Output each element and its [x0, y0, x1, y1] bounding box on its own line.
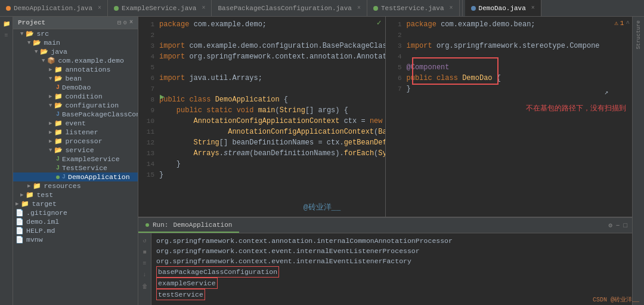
package-icon: 📦 — [47, 57, 55, 64]
tree-item-mvnw[interactable]: 📄 mvnw — [13, 235, 138, 244]
tree-item-java[interactable]: ▼ 📂 java — [13, 47, 138, 56]
right-code-line-3: 3 import org.springframework.stereotype.… — [386, 41, 633, 51]
tree-item-main[interactable]: ▼ 📂 main — [13, 38, 138, 47]
label-demodao: DemoDao — [62, 84, 91, 91]
sidebar-header: Project ⊟ ⚙ × — [13, 17, 138, 29]
structure-right-icon[interactable]: Structure — [634, 19, 643, 51]
console-highlight-4: basePackageClassConfiguration — [156, 266, 279, 278]
code-line-1: 1 package com.example.demo; — [138, 19, 385, 30]
folder-icon-bean: 📂 — [54, 75, 63, 82]
folder-icon-processor: 📁 — [54, 137, 63, 145]
tree-item-demo-iml[interactable]: 📄 demo.iml — [13, 217, 138, 226]
tab-demo-dao[interactable]: DemoDao.java × — [465, 0, 541, 16]
tree-item-event[interactable]: ▶ 📁 event — [13, 119, 138, 128]
tree-item-bean[interactable]: ▼ 📂 bean — [13, 74, 138, 83]
rerun-icon[interactable]: ↺ — [141, 236, 147, 245]
tab-base-pkg-label: BasePackageClassConfiguration.java — [218, 5, 351, 12]
tab-close-demo-dao[interactable]: × — [531, 5, 535, 11]
code-line-3: 3 import com.example.demo.configuration.… — [138, 41, 385, 51]
tab-demo-app[interactable]: DemoApplication.java × — [0, 0, 108, 16]
console-line-1: org.springframework.context.annotation.i… — [156, 236, 627, 246]
label-service: service — [65, 146, 94, 154]
stop-icon[interactable]: ■ — [141, 248, 147, 257]
tree-item-condition[interactable]: ▶ 📁 condition — [13, 92, 138, 101]
console-line-3: org.springframework.context.event.intern… — [156, 256, 627, 266]
folder-icon-java: 📂 — [40, 48, 48, 56]
tab-close-example-svc[interactable]: × — [202, 5, 205, 11]
tree-item-basepkg[interactable]: J BasePackageClassConf... — [13, 110, 138, 119]
minimize-bottom-icon[interactable]: − — [616, 222, 620, 229]
collapse-icon[interactable]: ⊟ — [117, 19, 121, 26]
tree-item-examplesvc[interactable]: J ExampleService — [13, 155, 138, 164]
java-icon-demodao: J — [56, 84, 60, 91]
java-icon-testsvc: J — [56, 165, 60, 171]
project-icon[interactable]: 📁 — [2, 19, 11, 29]
tree-item-listener[interactable]: ▶ 📁 listener — [13, 128, 138, 137]
run-tab[interactable]: Run: DemoApplication — [138, 218, 239, 233]
structure-icon[interactable]: ≡ — [3, 31, 9, 40]
bottom-left-strip: ↺ ■ ≡ ↓ 🗑 — [138, 233, 151, 305]
code-line-8: 8 public class DemoApplication { — [138, 94, 385, 105]
tree-item-test[interactable]: ▶ 📁 test — [13, 190, 138, 199]
bottom-toolbar: ⚙ − □ — [608, 218, 632, 233]
tree-item-com-example-demo[interactable]: ▼ 📦 com.example.demo — [13, 56, 138, 65]
code-line-14: 14 } — [138, 159, 385, 170]
arrow-main: ▼ — [27, 40, 30, 46]
tree-item-gitignore[interactable]: 📄 .gitignore — [13, 208, 138, 217]
right-strip-icons: Structure — [633, 17, 644, 53]
tab-test-svc[interactable]: TestService.java × — [367, 0, 460, 16]
arrow-src: ▼ — [20, 31, 23, 37]
tab-close-demo-app[interactable]: × — [98, 5, 101, 11]
tree-item-testsvc[interactable]: J TestService — [13, 164, 138, 172]
arrow-processor: ▶ — [49, 138, 52, 144]
code-line-10: 10 AnnotationConfigApplicationContext ct… — [138, 116, 385, 127]
tree-item-service[interactable]: ▼ 📂 service — [13, 146, 138, 155]
code-line-6: 6 import java.util.Arrays; — [138, 73, 385, 84]
settings-icon[interactable]: ⚙ — [123, 19, 127, 26]
arrow-bean: ▼ — [49, 76, 52, 82]
console-content: org.springframework.context.annotation.i… — [151, 233, 632, 305]
console-line-2: org.springframework.context.event.intern… — [156, 246, 627, 256]
tree-item-help-md[interactable]: 📄 HELP.md — [13, 226, 138, 235]
code-line-7: 7 — [138, 84, 385, 94]
arrow-listener: ▶ — [49, 129, 52, 135]
label-demoapplication: DemoApplication — [68, 173, 130, 181]
tab-close-test-svc[interactable]: × — [450, 5, 453, 11]
tree-item-demodao[interactable]: J DemoDao — [13, 83, 138, 92]
run-indicator — [56, 175, 60, 179]
expand-bottom-icon[interactable]: □ — [623, 222, 627, 229]
tree-item-annotations[interactable]: ▶ 📁 annotations — [13, 65, 138, 74]
console-line-5: exampleService — [156, 278, 627, 289]
right-code-area[interactable]: ⚠ 1 ^ ↗ 不在基包的路径下，没有扫描到 1 package com.e — [386, 17, 633, 217]
code-line-5: 5 — [138, 62, 385, 73]
tree-item-target[interactable]: ▶ 📁 target — [13, 199, 138, 208]
tree-item-src[interactable]: ▼ 📂 src — [13, 29, 138, 38]
tab-demo-dao-label: DemoDao.java — [479, 5, 526, 12]
right-code-line-5: 5 @Component — [386, 62, 633, 73]
folder-icon-service: 📂 — [54, 146, 63, 154]
tab-close-base-pkg[interactable]: × — [357, 5, 361, 11]
folder-icon-condition: 📁 — [54, 93, 63, 100]
tab-bar: DemoApplication.java × ExampleService.ja… — [0, 0, 644, 17]
run-tab-app-label: DemoApplication — [173, 221, 232, 229]
close-icon[interactable]: × — [129, 19, 133, 26]
tab-example-svc[interactable]: ExampleService.java × — [108, 0, 212, 16]
java-icon-basepkg: J — [56, 111, 60, 118]
file-icon-mvnw: 📄 — [16, 236, 24, 244]
tree-item-processor[interactable]: ▶ 📁 processor — [13, 137, 138, 146]
tree-item-resources[interactable]: ▶ 📁 resources — [13, 181, 138, 190]
clear-icon[interactable]: 🗑 — [141, 282, 149, 291]
scroll-icon[interactable]: ↓ — [141, 270, 147, 279]
tree-item-configuration[interactable]: ▼ 📂 configuration — [13, 101, 138, 110]
left-code-area[interactable]: ▶ ✓ 1 package com.example.demo; 2 3 — [138, 17, 385, 217]
right-editor: ⚠ 1 ^ ↗ 不在基包的路径下，没有扫描到 1 package com.e — [386, 17, 633, 217]
settings-bottom-icon[interactable]: ⚙ — [608, 221, 612, 229]
tree-item-demoapplication[interactable]: J DemoApplication — [13, 172, 138, 181]
label-gitignore: .gitignore — [26, 209, 67, 217]
warning-area: ⚠ 1 ^ — [614, 19, 630, 27]
file-icon-demo-iml: 📄 — [16, 218, 24, 226]
tab-base-pkg[interactable]: BasePackageClassConfiguration.java × — [212, 0, 367, 16]
right-code-line-7: 7 } — [386, 84, 633, 94]
filter-icon[interactable]: ≡ — [141, 259, 147, 268]
tab-dot-blue — [471, 6, 476, 11]
